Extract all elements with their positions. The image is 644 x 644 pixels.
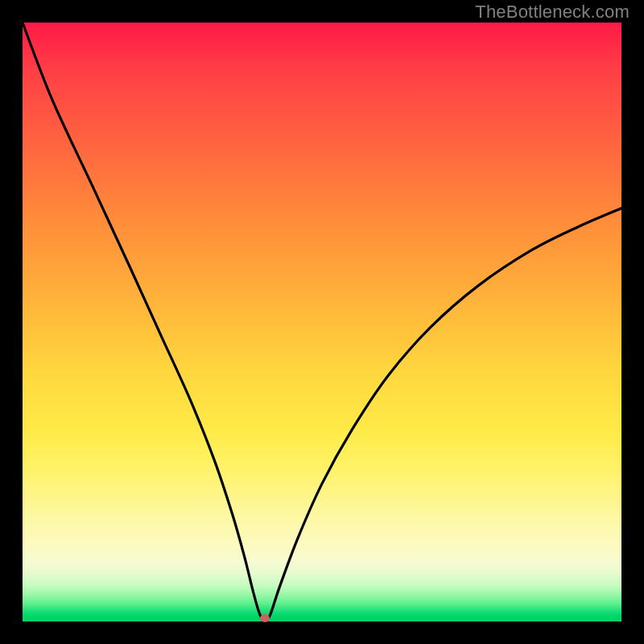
watermark-text: TheBottleneck.com bbox=[475, 2, 630, 23]
curve-svg bbox=[23, 23, 621, 621]
bottleneck-curve bbox=[23, 23, 621, 621]
chart-frame: TheBottleneck.com bbox=[0, 0, 644, 644]
plot-area bbox=[23, 23, 621, 621]
